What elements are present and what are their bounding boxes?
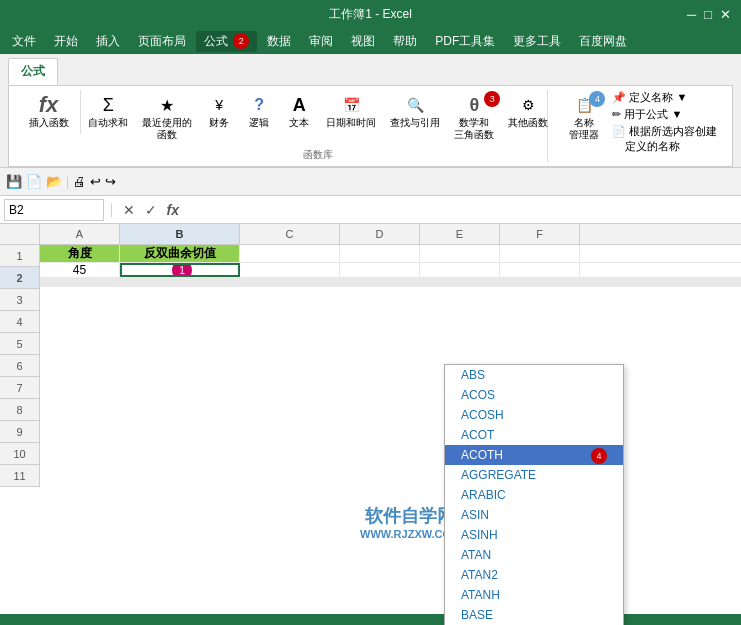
- dropdown-item-atanh[interactable]: ATANH: [445, 585, 623, 605]
- redo-icon[interactable]: ↪: [105, 174, 116, 189]
- use-in-formula-item[interactable]: ✏ 用于公式 ▼: [612, 107, 717, 122]
- lookup-btn[interactable]: 🔍 查找与引用: [385, 90, 445, 144]
- dropdown-item-arabic[interactable]: ARABIC: [445, 485, 623, 505]
- dropdown-acoth-badge: 4: [591, 448, 607, 464]
- menu-pdf[interactable]: PDF工具集: [427, 31, 503, 52]
- save-icon[interactable]: 💾: [6, 174, 22, 189]
- menu-help[interactable]: 帮助: [385, 31, 425, 52]
- col-header-b: B: [120, 224, 240, 244]
- minimize-btn[interactable]: ─: [687, 7, 696, 22]
- menu-home[interactable]: 开始: [46, 31, 86, 52]
- open-icon[interactable]: 📂: [46, 174, 62, 189]
- text-label: 文本: [289, 117, 309, 129]
- dropdown-item-atan2[interactable]: ATAN2: [445, 565, 623, 585]
- text-icon: A: [287, 93, 311, 117]
- calendar-icon: 📅: [339, 93, 363, 117]
- cell-c2[interactable]: [240, 263, 340, 277]
- menu-formula[interactable]: 公式 2: [196, 31, 257, 52]
- row-header-2: 2: [0, 267, 39, 289]
- row-header-10: 10: [0, 443, 39, 465]
- cell-e1[interactable]: [420, 245, 500, 262]
- cell-b1[interactable]: 反双曲余切值: [120, 245, 240, 262]
- menu-layout[interactable]: 页面布局: [130, 31, 194, 52]
- dropdown-item-asinh[interactable]: ASINH: [445, 525, 623, 545]
- recent-fn-btn[interactable]: ★ 最近使用的函数: [137, 90, 197, 144]
- insert-fn-label: 插入函数: [29, 117, 69, 129]
- grid: 角度 反双曲余切值 45 1: [40, 245, 741, 487]
- cell-a1[interactable]: 角度: [40, 245, 120, 262]
- menu-review[interactable]: 审阅: [301, 31, 341, 52]
- name-box[interactable]: [4, 199, 104, 221]
- menu-data[interactable]: 数据: [259, 31, 299, 52]
- tab-formula[interactable]: 公式: [8, 58, 58, 85]
- cell-d2[interactable]: [340, 263, 420, 277]
- datetime-btn[interactable]: 📅 日期和时间: [321, 90, 381, 144]
- status-bar: [0, 614, 741, 625]
- dropdown-scroll[interactable]: ABS ACOS ACOSH ACOT ACOTH 4 AGGREGATE AR…: [445, 365, 623, 625]
- table-row: 角度 反双曲余切值: [40, 245, 741, 263]
- finance-label: 财务: [209, 117, 229, 129]
- cell-f2[interactable]: [500, 263, 580, 277]
- menu-baidu[interactable]: 百度网盘: [571, 31, 635, 52]
- row-header-3: 3: [0, 289, 39, 311]
- window-controls: ─ □ ✕: [687, 7, 731, 22]
- dropdown-item-acot[interactable]: ACOT: [445, 425, 623, 445]
- ribbon-content: fx 插入函数 Σ 自动求和 ★ 最近使用的函数 ¥ 财务: [8, 85, 733, 167]
- table-row: 45 1: [40, 263, 741, 278]
- dropdown-item-asin[interactable]: ASIN: [445, 505, 623, 525]
- formula-input[interactable]: [186, 203, 737, 217]
- cancel-formula-icon[interactable]: ✕: [120, 201, 138, 219]
- row-header-9: 9: [0, 421, 39, 443]
- dropdown-item-aggregate[interactable]: AGGREGATE: [445, 465, 623, 485]
- create-from-selection-item[interactable]: 📄 根据所选内容创建 定义的名称: [612, 124, 717, 154]
- row-header-11: 11: [0, 465, 39, 487]
- cell-d1[interactable]: [340, 245, 420, 262]
- ribbon: 公式 fx 插入函数 Σ 自动求和 ★ 最近使用的函数: [0, 54, 741, 168]
- logic-btn[interactable]: ? 逻辑: [241, 90, 277, 144]
- maximize-btn[interactable]: □: [704, 7, 712, 22]
- text-btn[interactable]: A 文本: [281, 90, 317, 144]
- undo-icon[interactable]: ↩: [90, 174, 101, 189]
- new-icon[interactable]: 📄: [26, 174, 42, 189]
- name-manager-btn[interactable]: 📋 名称管理器 4: [564, 90, 604, 144]
- grid-container: 1 2 3 4 5 6 7 8 9 10 11 角度 反双曲余切值: [0, 245, 741, 487]
- cell-e2[interactable]: [420, 263, 500, 277]
- math-label: 数学和三角函数: [454, 117, 494, 141]
- dropdown-item-acosh[interactable]: ACOSH: [445, 405, 623, 425]
- fx-icon: fx: [37, 93, 61, 117]
- dropdown-item-acoth[interactable]: ACOTH 4: [445, 445, 623, 465]
- ribbon-tabs: 公式: [8, 58, 733, 85]
- menu-file[interactable]: 文件: [4, 31, 44, 52]
- finance-icon: ¥: [207, 93, 231, 117]
- star-icon: ★: [155, 93, 179, 117]
- dropdown-item-base[interactable]: BASE: [445, 605, 623, 625]
- insert-function-btn[interactable]: fx 插入函数: [24, 90, 74, 132]
- define-name-item[interactable]: 📌 定义名称 ▼: [612, 90, 717, 105]
- ribbon-group-fn-lib: Σ 自动求和 ★ 最近使用的函数 ¥ 财务 ? 逻辑 A 文本: [89, 90, 548, 162]
- math-badge: 3: [484, 91, 500, 107]
- col-header-a: A: [40, 224, 120, 244]
- other-fn-icon: ⚙: [516, 93, 540, 117]
- close-btn[interactable]: ✕: [720, 7, 731, 22]
- cell-f1[interactable]: [500, 245, 580, 262]
- cell-c1[interactable]: [240, 245, 340, 262]
- fx-formula-icon[interactable]: fx: [164, 201, 182, 219]
- dropdown-item-acos[interactable]: ACOS: [445, 385, 623, 405]
- finance-btn[interactable]: ¥ 财务: [201, 90, 237, 144]
- cell-a2[interactable]: 45: [40, 263, 120, 277]
- menu-view[interactable]: 视图: [343, 31, 383, 52]
- separator1: |: [66, 175, 69, 189]
- dropdown-item-atan[interactable]: ATAN: [445, 545, 623, 565]
- cell-b2[interactable]: 1: [120, 263, 240, 277]
- menu-more-tools[interactable]: 更多工具: [505, 31, 569, 52]
- math-btn[interactable]: θ 数学和三角函数 3: [449, 90, 499, 144]
- other-fn-btn[interactable]: ⚙ 其他函数: [503, 90, 553, 144]
- confirm-formula-icon[interactable]: ✓: [142, 201, 160, 219]
- recent-fn-label: 最近使用的函数: [142, 117, 192, 141]
- print-icon[interactable]: 🖨: [73, 174, 86, 189]
- dropdown-item-abs[interactable]: ABS: [445, 365, 623, 385]
- autosum-btn[interactable]: Σ 自动求和: [83, 90, 133, 144]
- ribbon-group-insert-fn: fx 插入函数: [17, 90, 81, 134]
- name-badge: 4: [589, 91, 605, 107]
- menu-insert[interactable]: 插入: [88, 31, 128, 52]
